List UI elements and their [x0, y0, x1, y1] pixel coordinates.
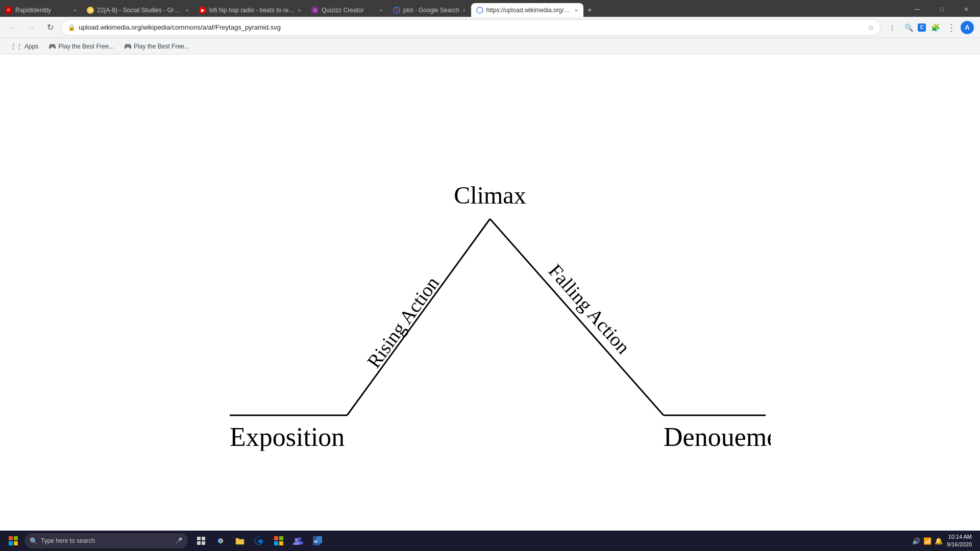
microphone-icon: 🎤 [175, 537, 183, 544]
taskbar-time-display: 10:14 AM [947, 533, 972, 541]
refresh-button[interactable]: ↻ [43, 20, 57, 35]
svg-rect-13 [9, 541, 13, 545]
svg-point-22 [219, 540, 222, 542]
svg-text:Exposition: Exposition [230, 422, 345, 451]
bookmark-play-2[interactable]: 🎮 Play the Best Free... [120, 42, 193, 51]
taskbar-edge[interactable] [250, 532, 268, 550]
search-placeholder-text: Type here to search [41, 537, 95, 544]
svg-rect-18 [202, 541, 205, 545]
start-button[interactable] [4, 533, 22, 549]
svg-rect-11 [9, 536, 13, 540]
svg-rect-24 [279, 536, 283, 540]
tab-favicon-2: ⚙ [87, 7, 94, 14]
bookmark-play-label-1: Play the Best Free... [58, 43, 114, 50]
tab-title-2: 22(A-8) - Social Studies - Grade ... [97, 7, 183, 14]
tab-rapididentity[interactable]: R RapidIdentity × [0, 3, 82, 17]
svg-point-1 [477, 7, 483, 13]
tab-title-5: plot - Google Search [403, 7, 459, 14]
taskbar-right: 🔊 📶 🔔 10:14 AM 9/16/2020 [912, 533, 976, 549]
svg-text:Denouement: Denouement [664, 422, 771, 451]
bookmark-play-1[interactable]: 🎮 Play the Best Free... [44, 42, 118, 51]
content-area: Climax Rising Action Falling Action Expo… [0, 55, 980, 531]
close-button[interactable]: × [954, 2, 978, 16]
bookmarks-bar: ⋮⋮ Apps 🎮 Play the Best Free... 🎮 Play t… [0, 38, 980, 55]
svg-rect-30 [316, 536, 322, 543]
search-icon-nav[interactable]: 🔍 [901, 20, 916, 35]
tab-close-4[interactable]: × [380, 7, 383, 13]
taskbar-system-icons: 🔊 📶 🔔 [912, 537, 943, 545]
tab-title-4: Quizizz Creator [322, 7, 377, 14]
taskbar-chrome[interactable] [211, 532, 230, 550]
tab-google-search[interactable]: plot - Google Search × [388, 3, 471, 17]
svg-rect-26 [279, 541, 283, 545]
tab-favicon-6 [476, 7, 483, 14]
svg-text:Climax: Climax [454, 182, 526, 209]
new-tab-button[interactable]: + [583, 3, 596, 17]
svg-text:Rising Action: Rising Action [363, 272, 444, 372]
tab-favicon-3: ▶ [199, 7, 206, 14]
tab-title-1: RapidIdentity [15, 7, 70, 14]
svg-point-28 [295, 538, 299, 542]
tab-favicon-4: Q [311, 7, 318, 14]
tab-title-6: https://upload.wikimedia.org/wi... [486, 7, 572, 14]
taskbar-word[interactable]: W [308, 532, 327, 550]
tab-favicon-rapid: R [5, 7, 12, 14]
tab-close-6[interactable]: × [575, 7, 578, 13]
svg-rect-12 [14, 536, 18, 540]
apps-grid-icon: ⋮⋮ [10, 43, 22, 50]
nav-bar: ← → ↻ 🔒 upload.wikimedia.org/wikipedia/c… [0, 17, 980, 38]
more-options-button[interactable]: ⋮ [944, 20, 959, 35]
tab-close-3[interactable]: × [298, 7, 301, 13]
svg-point-27 [298, 537, 301, 540]
taskbar-task-view[interactable] [192, 532, 210, 550]
svg-rect-14 [14, 541, 18, 545]
tab-lofi[interactable]: ▶ lofi hip hop radio - beats to rela... … [194, 3, 306, 17]
svg-rect-23 [274, 536, 278, 540]
nav-icons: ⋮ 🔍 C 🧩 ⋮ A [885, 20, 974, 35]
address-text: upload.wikimedia.org/wikipedia/commons/a… [79, 23, 865, 31]
address-bar[interactable]: 🔒 upload.wikimedia.org/wikipedia/commons… [61, 19, 881, 36]
svg-text:W: W [314, 540, 317, 543]
svg-rect-17 [197, 541, 201, 545]
minimize-button[interactable]: ─ [905, 2, 929, 16]
taskbar-search[interactable]: 🔍 Type here to search 🎤 [24, 533, 188, 548]
svg-rect-16 [202, 537, 205, 540]
taskbar-teams[interactable] [289, 532, 307, 550]
profile-avatar[interactable]: A [961, 21, 974, 34]
taskbar-store[interactable] [270, 532, 288, 550]
search-icon-taskbar: 🔍 [30, 537, 38, 545]
forward-button[interactable]: → [24, 20, 39, 35]
extensions-button[interactable]: ⋮ [885, 20, 899, 35]
bookmark-apps[interactable]: ⋮⋮ Apps [6, 42, 42, 51]
svg-line-4 [490, 219, 664, 415]
title-bar: R RapidIdentity × ⚙ 22(A-8) - Social Stu… [0, 0, 980, 17]
taskbar-apps: W [192, 532, 327, 550]
tab-close-1[interactable]: × [74, 7, 77, 13]
bookmark-favicon-1: 🎮 [48, 43, 56, 50]
svg-rect-15 [197, 537, 201, 540]
tab-quizizz[interactable]: Q Quizizz Creator × [306, 3, 388, 17]
lock-icon: 🔒 [68, 24, 76, 31]
bookmark-apps-label: Apps [24, 43, 38, 50]
tab-close-5[interactable]: × [462, 7, 465, 13]
tab-title-3: lofi hip hop radio - beats to rela... [209, 7, 295, 14]
tab-wikimedia[interactable]: https://upload.wikimedia.org/wi... × [471, 3, 583, 17]
diagram-container: Climax Rising Action Falling Action Expo… [209, 114, 771, 461]
maximize-button[interactable]: □ [930, 2, 953, 16]
tab-social-studies[interactable]: ⚙ 22(A-8) - Social Studies - Grade ... × [82, 3, 194, 17]
bookmark-play-label-2: Play the Best Free... [134, 43, 189, 50]
speaker-icon[interactable]: 🔊 [912, 537, 920, 545]
tab-close-2[interactable]: × [186, 7, 189, 13]
network-icon[interactable]: 📶 [923, 537, 932, 545]
taskbar-date-display: 9/16/2020 [947, 541, 972, 548]
tab-favicon-5 [393, 7, 400, 14]
svg-rect-25 [274, 541, 278, 545]
bookmark-favicon-2: 🎮 [124, 43, 132, 50]
taskbar-clock[interactable]: 10:14 AM 9/16/2020 [947, 533, 972, 549]
extensions-puzzle-button[interactable]: 🧩 [928, 20, 942, 35]
taskbar-file-explorer[interactable] [231, 532, 249, 550]
back-button[interactable]: ← [6, 20, 20, 35]
extension-c-icon[interactable]: C [918, 23, 926, 32]
star-icon[interactable]: ☆ [868, 23, 874, 32]
notification-icon[interactable]: 🔔 [935, 537, 943, 545]
